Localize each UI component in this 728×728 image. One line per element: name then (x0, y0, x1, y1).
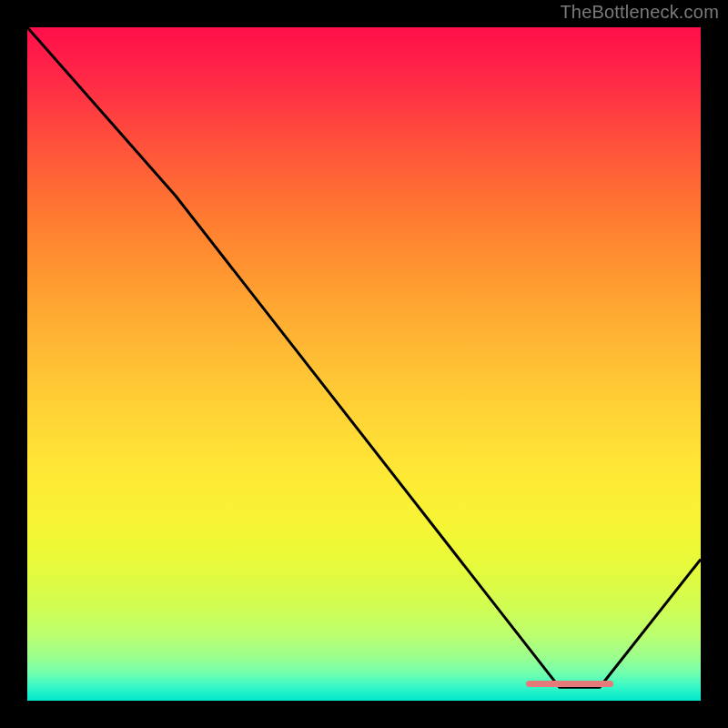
bottleneck-curve (27, 27, 701, 701)
plot-area (27, 27, 701, 701)
chart-frame: TheBottleneck.com (0, 0, 728, 728)
curve-path (27, 27, 701, 687)
attribution-label: TheBottleneck.com (560, 2, 719, 23)
optimal-range-marker (526, 681, 613, 687)
